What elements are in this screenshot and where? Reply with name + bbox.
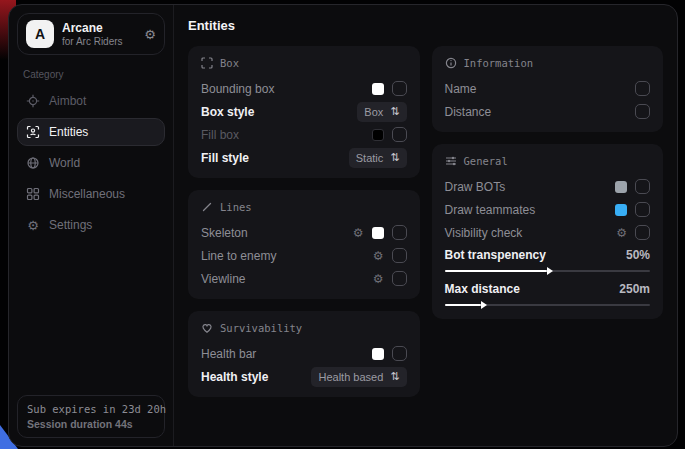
setting-label: Name (445, 82, 477, 96)
visibility-check-checkbox[interactable] (635, 225, 650, 240)
sliders-icon (445, 155, 457, 167)
slider-fill (445, 304, 482, 306)
setting-label: Draw BOTs (445, 180, 506, 194)
name-checkbox[interactable] (635, 81, 650, 96)
sidebar-nav: Aimbot Entities World (17, 87, 165, 239)
setting-label: Skeleton (201, 226, 248, 240)
bounding-box-checkbox[interactable] (392, 81, 407, 96)
line-to-enemy-checkbox[interactable] (392, 248, 407, 263)
crosshair-icon (26, 94, 40, 108)
lines-card: Lines Skeleton ⚙ Line to enemy ⚙ (188, 190, 420, 299)
page-title: Entities (188, 18, 663, 33)
setting-row: Line to enemy ⚙ (201, 247, 407, 264)
section-title: Survivability (220, 322, 302, 334)
setting-row: Visibility check ⚙ (445, 224, 651, 241)
color-swatch[interactable] (615, 181, 627, 193)
setting-row: Health style Health based ⇅ (201, 368, 407, 385)
sidebar-item-label: Miscellaneous (49, 187, 125, 201)
dropdown-value: Health based (318, 371, 383, 383)
section-title: Lines (220, 201, 252, 213)
section-title: General (464, 155, 508, 167)
slider-value: 250m (619, 282, 650, 296)
section-title: Information (464, 57, 534, 69)
setting-label: Max distance (445, 282, 520, 296)
sidebar-item-aimbot[interactable]: Aimbot (17, 87, 165, 115)
setting-label: Viewline (201, 272, 245, 286)
sidebar-item-settings[interactable]: ⚙ Settings (17, 211, 165, 239)
setting-label: Box style (201, 105, 254, 119)
info-icon (445, 57, 457, 69)
setting-label: Bot transpenency (445, 248, 546, 262)
category-label: Category (23, 69, 159, 80)
general-card: General Draw BOTs Draw teammates (432, 144, 664, 319)
color-swatch[interactable] (372, 129, 384, 141)
sidebar-item-label: Entities (49, 125, 88, 139)
setting-label: Bounding box (201, 82, 274, 96)
box-card: Box Bounding box Box style Box ⇅ (188, 46, 420, 178)
gear-icon[interactable]: ⚙ (373, 273, 384, 285)
fill-style-dropdown[interactable]: Static ⇅ (349, 148, 407, 168)
setting-row: Fill style Static ⇅ (201, 149, 407, 166)
sidebar-item-entities[interactable]: Entities (17, 118, 165, 146)
slider-fill (445, 270, 548, 272)
color-swatch[interactable] (372, 348, 384, 360)
globe-icon (26, 156, 40, 170)
heart-icon (201, 322, 213, 334)
main-panel: Entities Box Bounding box (174, 5, 677, 446)
setting-label: Line to enemy (201, 249, 276, 263)
sidebar-item-label: World (49, 156, 80, 170)
app-logo: A (26, 20, 54, 48)
gear-icon[interactable]: ⚙ (144, 27, 156, 42)
gear-icon[interactable]: ⚙ (373, 250, 384, 262)
setting-row: Draw BOTs (445, 178, 651, 195)
skeleton-checkbox[interactable] (392, 225, 407, 240)
sidebar-item-miscellaneous[interactable]: Miscellaneous (17, 180, 165, 208)
viewline-checkbox[interactable] (392, 271, 407, 286)
health-style-dropdown[interactable]: Health based ⇅ (311, 367, 406, 387)
app-title: Arcane (62, 21, 123, 35)
max-distance-slider[interactable] (445, 304, 651, 306)
survivability-card: Survivability Health bar Health style He… (188, 311, 420, 397)
color-swatch[interactable] (615, 204, 627, 216)
setting-row: Fill box (201, 126, 407, 143)
gear-icon[interactable]: ⚙ (616, 227, 627, 239)
color-swatch[interactable] (372, 227, 384, 239)
health-bar-checkbox[interactable] (392, 346, 407, 361)
sidebar-item-label: Settings (49, 218, 92, 232)
setting-label: Fill box (201, 128, 239, 142)
setting-label: Health style (201, 370, 268, 384)
fill-box-checkbox[interactable] (392, 127, 407, 142)
setting-row: Bounding box (201, 80, 407, 97)
app-subtitle: for Arc Riders (62, 36, 123, 47)
setting-row: Distance (445, 103, 651, 120)
sub-expiry-text: Sub expires in 23d 20h (27, 403, 155, 415)
setting-row: Draw teammates (445, 201, 651, 218)
max-distance-setting: Max distance 250m (445, 281, 651, 306)
information-card: Information Name Distance (432, 46, 664, 132)
updown-icon: ⇅ (390, 152, 399, 163)
setting-row: Viewline ⚙ (201, 270, 407, 287)
bot-transparency-slider[interactable] (445, 270, 651, 272)
sidebar-item-label: Aimbot (49, 94, 86, 108)
updown-icon: ⇅ (390, 106, 399, 117)
distance-checkbox[interactable] (635, 104, 650, 119)
line-icon (201, 201, 213, 213)
sidebar: A Arcane for Arc Riders ⚙ Category Aimbo… (9, 5, 174, 446)
setting-row: Skeleton ⚙ (201, 224, 407, 241)
updown-icon: ⇅ (390, 371, 399, 382)
dropdown-value: Static (356, 152, 384, 164)
gear-icon[interactable]: ⚙ (353, 227, 364, 239)
bot-transparency-setting: Bot transpenency 50% (445, 247, 651, 272)
draw-teammates-checkbox[interactable] (635, 202, 650, 217)
scan-person-icon (26, 125, 40, 139)
grid-icon (26, 187, 40, 201)
right-column: Information Name Distance (432, 46, 664, 397)
box-style-dropdown[interactable]: Box ⇅ (357, 102, 406, 122)
color-swatch[interactable] (372, 83, 384, 95)
setting-label: Distance (445, 105, 492, 119)
left-column: Box Bounding box Box style Box ⇅ (188, 46, 420, 397)
sidebar-header: A Arcane for Arc Riders ⚙ (17, 13, 165, 55)
cheat-menu-window: A Arcane for Arc Riders ⚙ Category Aimbo… (8, 4, 678, 447)
draw-bots-checkbox[interactable] (635, 179, 650, 194)
sidebar-item-world[interactable]: World (17, 149, 165, 177)
